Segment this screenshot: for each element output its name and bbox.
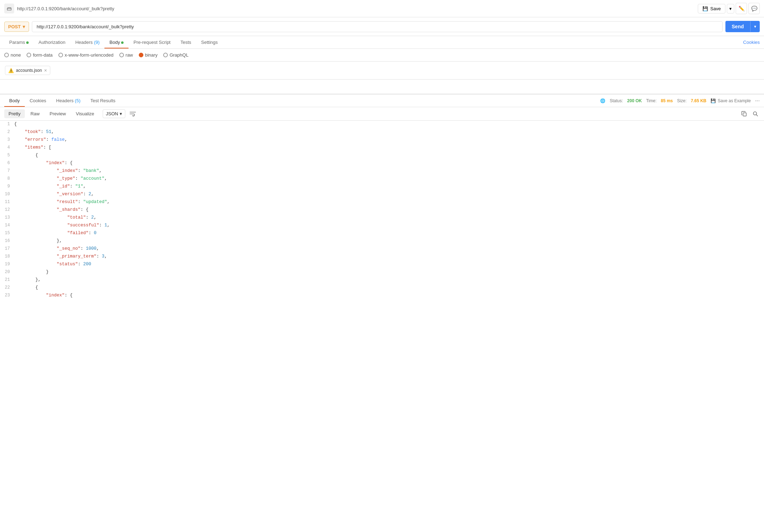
- app-logo: 🗃: [4, 4, 14, 13]
- code-line: 10 "_version": 2,: [0, 191, 764, 198]
- line-number: 14: [0, 222, 14, 229]
- resp-tab-cookies[interactable]: Cookies: [25, 94, 51, 107]
- svg-line-2: [756, 115, 758, 116]
- format-toolbar: Pretty Raw Preview Visualize JSON ▾: [0, 107, 764, 121]
- body-type-graphql[interactable]: GraphQL: [163, 52, 188, 58]
- top-bar: 🗃 http://127.0.0.1:9200/bank/account/_bu…: [0, 0, 764, 17]
- fmt-pretty[interactable]: Pretty: [4, 109, 25, 118]
- code-line: 14 "successful": 1,: [0, 222, 764, 230]
- status-label: Status:: [610, 98, 623, 103]
- none-label: none: [11, 52, 21, 58]
- code-line: 8 "_type": "account",: [0, 175, 764, 183]
- method-select[interactable]: POST ▾: [4, 22, 29, 32]
- save-dropdown-button[interactable]: ▾: [727, 4, 734, 13]
- remove-file-icon[interactable]: ×: [44, 68, 47, 73]
- code-line: 18 "_primary_term": 3,: [0, 253, 764, 261]
- line-number: 12: [0, 206, 14, 213]
- code-line: 15 "failed": 0: [0, 230, 764, 237]
- line-content: "items": [: [14, 144, 764, 151]
- size-label: Size:: [677, 98, 687, 103]
- json-label: JSON: [106, 111, 118, 116]
- line-content: "_seq_no": 1000,: [14, 245, 764, 252]
- copy-button[interactable]: [740, 110, 748, 118]
- status-value: 200 OK: [627, 98, 642, 103]
- line-content: "_version": 2,: [14, 191, 764, 198]
- json-format-select[interactable]: JSON ▾: [103, 109, 125, 118]
- tab-headers[interactable]: Headers (9): [70, 36, 105, 48]
- code-line: 20 }: [0, 268, 764, 276]
- code-line: 19 "status": 200: [0, 261, 764, 268]
- line-number: 21: [0, 276, 14, 283]
- code-line: 2 "took": 51,: [0, 128, 764, 136]
- line-number: 16: [0, 237, 14, 244]
- radio-graphql: [163, 53, 168, 57]
- file-area: ⚠️ accounts.json ×: [0, 62, 764, 80]
- line-content: "successful": 1,: [14, 222, 764, 229]
- line-number: 17: [0, 245, 14, 252]
- line-number: 3: [0, 136, 14, 143]
- more-options-button[interactable]: ···: [755, 98, 760, 104]
- resp-tab-headers[interactable]: Headers (5): [51, 94, 86, 107]
- tab-body[interactable]: Body: [104, 36, 129, 48]
- body-type-none[interactable]: none: [4, 52, 21, 58]
- svg-rect-0: [743, 113, 746, 116]
- request-tabs: Params Authorization Headers (9) Body Pr…: [0, 36, 764, 49]
- line-content: "errors": false,: [14, 136, 764, 143]
- send-button[interactable]: Send ▾: [725, 21, 760, 32]
- radio-none: [4, 53, 9, 57]
- body-type-form-data[interactable]: form-data: [27, 52, 53, 58]
- tab-params[interactable]: Params: [4, 36, 34, 48]
- globe-icon: 🌐: [600, 98, 605, 103]
- tab-settings[interactable]: Settings: [196, 36, 223, 48]
- code-area: 1{2 "took": 51,3 "errors": false,4 "item…: [0, 121, 764, 300]
- body-type-binary[interactable]: binary: [139, 52, 158, 58]
- code-line: 11 "result": "updated",: [0, 198, 764, 206]
- form-data-label: form-data: [33, 52, 53, 58]
- resp-tab-test-results[interactable]: Test Results: [85, 94, 120, 107]
- code-line: 17 "_seq_no": 1000,: [0, 245, 764, 253]
- warning-icon: ⚠️: [8, 68, 14, 73]
- send-label: Send: [725, 21, 750, 32]
- top-bar-url: http://127.0.0.1:9200/bank/account/_bulk…: [17, 6, 695, 11]
- code-line: 16 },: [0, 237, 764, 245]
- chat-icon: 💬: [751, 6, 757, 11]
- fmt-raw[interactable]: Raw: [26, 109, 44, 118]
- binary-label: binary: [145, 52, 158, 58]
- line-content: "_shards": {: [14, 206, 764, 213]
- body-type-raw[interactable]: raw: [119, 52, 133, 58]
- line-content: "_index": "bank",: [14, 167, 764, 174]
- line-content: "total": 2,: [14, 214, 764, 221]
- line-number: 8: [0, 175, 14, 182]
- cookies-link[interactable]: Cookies: [743, 36, 760, 48]
- wrap-button[interactable]: [130, 111, 136, 116]
- body-type-urlencoded[interactable]: x-www-form-urlencoded: [58, 52, 114, 58]
- line-number: 9: [0, 183, 14, 190]
- line-number: 18: [0, 253, 14, 260]
- file-tag[interactable]: ⚠️ accounts.json ×: [5, 66, 50, 75]
- code-line: 23 "index": {: [0, 292, 764, 300]
- line-content: "_type": "account",: [14, 175, 764, 182]
- line-content: "_id": "1",: [14, 183, 764, 190]
- line-content: "result": "updated",: [14, 198, 764, 206]
- tab-prerequest[interactable]: Pre-request Script: [129, 36, 176, 48]
- save-button[interactable]: 💾 Save: [698, 4, 725, 13]
- json-dropdown-icon: ▾: [120, 111, 122, 116]
- save-disk-icon: 💾: [702, 6, 708, 11]
- chat-button[interactable]: 💬: [748, 3, 760, 14]
- url-input[interactable]: [32, 21, 722, 32]
- line-number: 4: [0, 144, 14, 151]
- fmt-preview[interactable]: Preview: [45, 109, 70, 118]
- tab-tests[interactable]: Tests: [176, 36, 196, 48]
- resp-tab-body[interactable]: Body: [4, 94, 25, 107]
- fmt-visualize[interactable]: Visualize: [72, 109, 98, 118]
- line-number: 6: [0, 160, 14, 167]
- save-as-example-button[interactable]: 💾 Save as Example: [711, 98, 751, 103]
- code-line: 7 "_index": "bank",: [0, 167, 764, 175]
- line-number: 13: [0, 214, 14, 221]
- tab-authorization[interactable]: Authorization: [34, 36, 70, 48]
- code-line: 4 "items": [: [0, 144, 764, 152]
- search-button[interactable]: [751, 110, 760, 118]
- response-section: Body Cookies Headers (5) Test Results 🌐 …: [0, 94, 764, 300]
- line-content: "failed": 0: [14, 230, 764, 237]
- edit-button[interactable]: ✏️: [736, 3, 747, 14]
